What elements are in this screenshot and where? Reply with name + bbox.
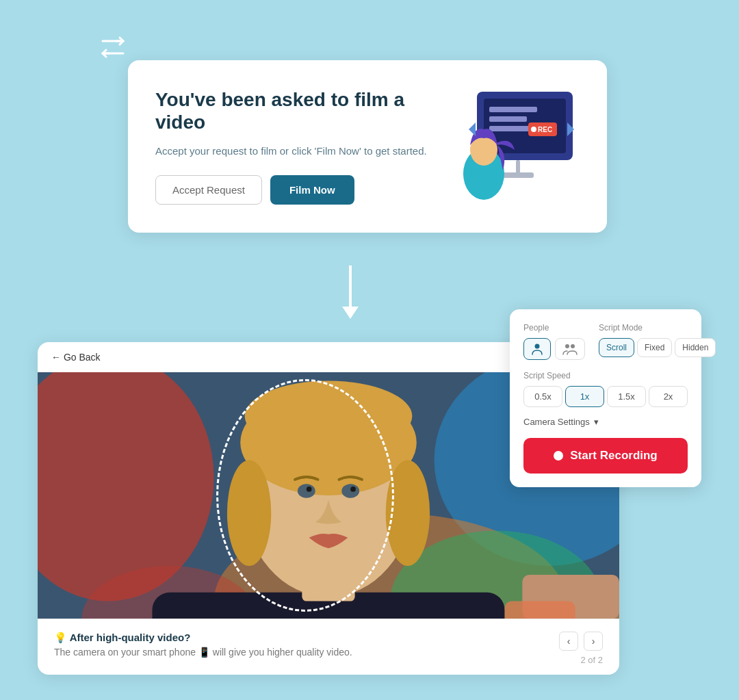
fixed-mode-button[interactable]: Fixed bbox=[637, 338, 672, 357]
people-toggle-group bbox=[523, 338, 585, 360]
record-dot-icon bbox=[554, 451, 563, 461]
tip-icon: 💡 bbox=[54, 632, 67, 643]
svg-rect-16 bbox=[516, 160, 520, 174]
top-card-subtitle: Accept your request to film or click 'Fi… bbox=[155, 144, 429, 159]
film-now-button[interactable]: Film Now bbox=[270, 175, 354, 205]
people-label: People bbox=[523, 323, 585, 333]
camera-settings-label: Camera Settings bbox=[523, 417, 590, 427]
tip-text: The camera on your smart phone 📱 will gi… bbox=[54, 647, 559, 658]
tip-page-indicator: 2 of 2 bbox=[580, 655, 603, 665]
multi-person-button[interactable] bbox=[555, 338, 585, 360]
decorative-arrows bbox=[96, 34, 130, 62]
script-speed-section: Script Speed 0.5x 1x 1.5x 2x bbox=[523, 371, 688, 407]
script-speed-label: Script Speed bbox=[523, 371, 688, 380]
svg-marker-20 bbox=[469, 122, 476, 136]
people-group: People bbox=[523, 323, 585, 360]
top-card-text: You've been asked to film a video Accept… bbox=[155, 88, 429, 205]
speed-1-5x-button[interactable]: 1.5x bbox=[607, 386, 646, 407]
tip-prev-button[interactable]: ‹ bbox=[559, 632, 578, 651]
svg-rect-17 bbox=[502, 172, 534, 178]
tip-nav: ‹ › 2 of 2 bbox=[559, 632, 603, 665]
tip-content: 💡 After high-quality video? The camera o… bbox=[54, 632, 559, 658]
svg-rect-10 bbox=[489, 107, 537, 112]
single-person-button[interactable] bbox=[523, 338, 551, 360]
svg-rect-11 bbox=[489, 116, 527, 122]
top-card: You've been asked to film a video Accept… bbox=[128, 60, 607, 233]
camera-settings-row[interactable]: Camera Settings ▾ bbox=[523, 417, 688, 427]
script-mode-label: Script Mode bbox=[599, 323, 716, 333]
face-guide-oval bbox=[216, 379, 394, 612]
script-mode-group: Script Mode Scroll Fixed Hidden bbox=[599, 323, 716, 360]
arrow-head bbox=[342, 307, 359, 319]
svg-point-43 bbox=[535, 344, 540, 349]
tip-section: 💡 After high-quality video? The camera o… bbox=[38, 619, 619, 675]
script-mode-buttons: Scroll Fixed Hidden bbox=[599, 338, 716, 357]
svg-text:REC: REC bbox=[538, 126, 552, 133]
svg-point-14 bbox=[531, 127, 536, 132]
svg-point-44 bbox=[565, 344, 569, 348]
people-script-row: People bbox=[523, 323, 688, 360]
speed-buttons: 0.5x 1x 1.5x 2x bbox=[523, 386, 688, 407]
tip-arrows: ‹ › bbox=[559, 632, 603, 651]
speed-0-5x-button[interactable]: 0.5x bbox=[523, 386, 562, 407]
arrow-down bbox=[342, 265, 359, 319]
camera-settings-chevron-icon: ▾ bbox=[594, 417, 599, 427]
settings-panel: People bbox=[510, 309, 701, 487]
speed-1x-button[interactable]: 1x bbox=[565, 386, 604, 407]
top-card-buttons: Accept Request Film Now bbox=[155, 175, 429, 205]
speed-2x-button[interactable]: 2x bbox=[649, 386, 688, 407]
scroll-mode-button[interactable]: Scroll bbox=[599, 338, 634, 357]
accept-request-button[interactable]: Accept Request bbox=[155, 175, 262, 205]
top-card-title: You've been asked to film a video bbox=[155, 88, 429, 134]
arrow-line bbox=[349, 265, 352, 307]
tip-next-button[interactable]: › bbox=[584, 632, 603, 651]
svg-rect-42 bbox=[505, 601, 575, 619]
start-recording-button[interactable]: Start Recording bbox=[523, 438, 688, 474]
illustration: REC bbox=[429, 85, 580, 208]
start-recording-label: Start Recording bbox=[570, 449, 658, 463]
svg-point-45 bbox=[571, 344, 575, 348]
hidden-mode-button[interactable]: Hidden bbox=[675, 338, 716, 357]
tip-title: 💡 After high-quality video? bbox=[54, 632, 559, 644]
